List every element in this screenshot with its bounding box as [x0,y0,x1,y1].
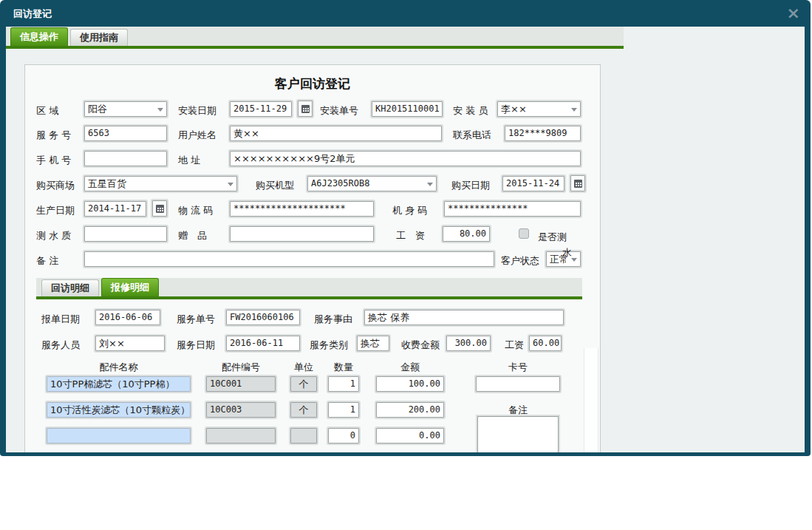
logistics-code-input[interactable]: ********************* [230,201,374,217]
service-reason-label: 服务事由 [314,312,352,327]
card-no-input[interactable] [476,376,560,392]
part-unit-cell [290,428,317,444]
dialog-body: 信息操作 使用指南 客户回访登记 区 域 阳谷 安装日期 2015-11-29 … [6,27,805,452]
service-order-input[interactable]: FW2016060106 [226,310,300,325]
installer-select[interactable]: 李×× [497,101,581,117]
production-date-input[interactable]: 2014-11-17 [84,201,146,217]
dropdown-arrow-icon [571,258,577,265]
part-qty-input[interactable]: 0 [328,428,359,444]
service-type-label: 服务类别 [310,338,348,353]
body-code-label: 机 身 码 [392,203,427,218]
dialog-titlebar: 回访登记 × [0,0,811,27]
model-label: 购买机型 [256,178,294,193]
repair-wage-input[interactable]: 60.00 [529,336,562,351]
customer-status-label: 客户状态 [501,254,539,268]
part-code-cell: 10C003 [206,402,276,418]
tab-user-guide[interactable]: 使用指南 [70,29,128,46]
installer-value: 李×× [501,103,527,115]
contact-phone-input[interactable]: 182****9809 [505,126,581,141]
purchase-date-calendar-button[interactable] [570,175,585,191]
region-label: 区 域 [36,103,58,118]
installer-label: 安 装 员 [453,103,488,118]
part-qty-input[interactable]: 1 [328,402,359,418]
form-title: 客户回访登记 [25,75,600,92]
address-input[interactable]: ××××××××××9号2单元 [230,151,581,166]
note-label: 备注 [476,404,560,417]
store-label: 购买商场 [36,178,75,193]
calendar-icon [301,105,310,113]
wage-label: 工 资 [396,228,425,243]
fee-label: 收费金额 [401,338,440,353]
body-code-input[interactable]: *************** [444,201,581,217]
install-date-calendar-button[interactable] [298,101,313,117]
col-header-part-code: 配件编号 [206,361,276,374]
service-type-input[interactable]: 换芯 [357,336,389,351]
col-header-amount: 金额 [376,361,444,374]
note-textarea[interactable] [477,416,559,452]
gift-input[interactable] [230,226,374,242]
part-amount-input[interactable]: 100.00 [376,376,444,392]
water-quality-input[interactable] [84,226,167,242]
service-no-label: 服 务 号 [36,128,71,143]
service-staff-label: 服务人员 [41,338,80,353]
address-label: 地 址 [178,153,200,168]
form-panel: 客户回访登记 区 域 阳谷 安装日期 2015-11-29 安装单号 KH201… [24,64,601,452]
mobile-label: 手 机 号 [36,153,71,168]
gift-label: 赠 品 [178,228,207,243]
fee-input[interactable]: 300.00 [446,336,491,351]
part-qty-input[interactable]: 1 [328,376,359,392]
col-header-qty: 数量 [328,361,359,374]
dropdown-arrow-icon [157,108,163,115]
part-unit-cell: 个 [290,402,317,418]
part-name-cell[interactable]: 10寸PP棉滤芯（10寸PP棉） [47,376,191,392]
service-date-label: 服务日期 [177,338,215,353]
dropdown-arrow-icon [571,108,577,115]
wage-input[interactable]: 80.00 [443,226,490,242]
tab-underline [6,46,624,49]
part-amount-input[interactable]: 0.00 [376,428,444,444]
region-select[interactable]: 阳谷 [84,101,167,117]
col-header-unit: 单位 [290,361,317,374]
scrollbar-track[interactable] [584,348,598,452]
part-name-cell[interactable] [47,428,191,444]
purchase-date-input[interactable]: 2015-11-24 [502,176,564,191]
install-no-label: 安装单号 [320,103,358,118]
region-value: 阳谷 [88,103,107,115]
service-reason-input[interactable]: 换芯 保养 [364,310,564,325]
col-header-part-name: 配件名称 [47,361,191,374]
tab-repair-detail[interactable]: 报修明细 [101,278,159,296]
install-no-input[interactable]: KH2015110001 [372,101,443,117]
dropdown-arrow-icon [427,183,433,189]
service-staff-input[interactable]: 刘×× [95,336,165,351]
dropdown-arrow-icon [228,183,233,189]
water-test-checkbox[interactable] [519,228,529,239]
service-order-label: 服务单号 [177,312,215,327]
part-code-cell: 10C001 [206,376,276,392]
production-date-calendar-button[interactable] [152,200,167,217]
install-date-input[interactable]: 2015-11-29 [230,101,292,117]
col-header-card: 卡号 [476,361,560,374]
customer-name-input[interactable]: 黄×× [230,126,442,141]
customer-name-label: 用户姓名 [178,128,216,143]
dialog-title: 回访登记 [13,7,52,21]
calendar-icon [156,205,164,213]
service-date-input[interactable]: 2016-06-11 [226,336,300,351]
purchase-date-label: 购买日期 [451,178,490,193]
return-visit-dialog: 回访登记 × 信息操作 使用指南 客户回访登记 区 域 阳谷 安装日期 2015… [0,0,811,456]
install-date-label: 安装日期 [178,103,216,118]
water-test-label: 是否测 [538,231,567,244]
close-icon[interactable]: × [787,3,800,24]
store-select[interactable]: 五星百货 [84,176,237,191]
mobile-input[interactable] [84,151,167,166]
part-name-cell[interactable]: 10寸活性炭滤芯（10寸颗粒炭） [47,402,191,418]
page: 回访登记 × 信息操作 使用指南 客户回访登记 区 域 阳谷 安装日期 2015… [0,0,812,530]
part-amount-input[interactable]: 200.00 [376,402,444,418]
remark-input[interactable] [84,251,494,267]
detail-tab-underline [36,296,582,299]
tab-visit-detail[interactable]: 回访明细 [41,279,99,296]
model-select[interactable]: A6J2305ROB8 [307,176,437,191]
tab-info-operation[interactable]: 信息操作 [10,27,68,46]
report-date-label: 报单日期 [41,312,80,327]
report-date-input[interactable]: 2016-06-06 [95,310,160,325]
service-no-input[interactable]: 6563 [84,126,167,141]
